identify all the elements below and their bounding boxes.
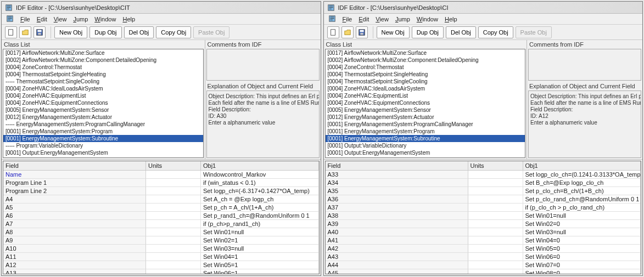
grid-obj-cell[interactable]: if (p_clo_ch > p_clo_rand_ch) bbox=[523, 203, 641, 212]
grid-header[interactable]: Field bbox=[3, 161, 146, 171]
grid-obj-cell[interactable]: Set p_clo_ch=B_ch/(1+B_ch) bbox=[523, 187, 641, 195]
grid-units-cell[interactable] bbox=[146, 261, 201, 269]
grid-units-cell[interactable] bbox=[468, 212, 523, 220]
copy-obj-button[interactable]: Copy Obj bbox=[156, 26, 191, 38]
grid-obj-cell[interactable]: Set p_clo_rand_ch=@RandomUniform 0 1 bbox=[523, 195, 641, 203]
class-list-item[interactable]: [0004] ZoneHVAC:EquipmentList bbox=[3, 92, 203, 99]
grid-field-cell[interactable]: A10 bbox=[3, 245, 146, 253]
class-list-item[interactable]: [0004] ZoneHVAC:EquipmentList bbox=[326, 92, 525, 99]
grid-obj-cell[interactable]: Set Win03=null bbox=[201, 245, 319, 253]
grid-units-cell[interactable] bbox=[146, 187, 201, 195]
class-list-item[interactable]: [0004] ZoneHVAC:EquipmentConnections bbox=[326, 99, 525, 106]
class-list-item[interactable]: [0004] ZoneControl:Thermostat bbox=[326, 64, 525, 71]
class-list-item[interactable]: [0004] ThermostatSetpoint:SingleCooling bbox=[326, 78, 525, 85]
class-list-item[interactable]: [0005] EnergyManagementSystem:Sensor bbox=[3, 106, 203, 114]
grid-obj-cell[interactable]: Set Win05=0 bbox=[523, 245, 641, 253]
grid-field-cell[interactable]: A8 bbox=[3, 228, 146, 236]
grid-header[interactable]: Units bbox=[146, 161, 201, 171]
class-list-item[interactable]: [0002] AirflowNetwork:MultiZone:Componen… bbox=[3, 56, 203, 64]
grid-obj-cell[interactable]: Set Win02=0 bbox=[523, 220, 641, 228]
grid-obj-cell[interactable]: Set Win06=0 bbox=[523, 253, 641, 261]
grid-units-cell[interactable] bbox=[468, 203, 523, 212]
class-list-item[interactable]: [0017] AirflowNetwork:MultiZone:Surface bbox=[326, 49, 525, 56]
class-list-item[interactable]: [0012] EnergyManagementSystem:Actuator bbox=[326, 114, 525, 121]
grid-field-cell[interactable]: A35 bbox=[326, 187, 468, 195]
grid-obj-cell[interactable]: Set Win04=0 bbox=[523, 236, 641, 245]
menu-file[interactable]: File bbox=[343, 16, 352, 22]
grid-obj-cell[interactable]: if (p_ch>p_rand1_ch) bbox=[201, 220, 319, 228]
grid-obj-cell[interactable]: Set Win05=1 bbox=[201, 261, 319, 269]
menu-view[interactable]: View bbox=[54, 16, 67, 22]
copy-obj-button[interactable]: Copy Obj bbox=[478, 26, 513, 38]
grid-obj-cell[interactable]: Set Win03=null bbox=[523, 228, 641, 236]
grid-units-cell[interactable] bbox=[146, 228, 201, 236]
grid-field-cell[interactable]: A39 bbox=[326, 220, 468, 228]
grid-header[interactable]: Obj1 bbox=[201, 161, 319, 171]
menu-jump[interactable]: Jump bbox=[395, 16, 410, 22]
grid-obj-cell[interactable]: Set B_ch=@Exp logp_clo_ch bbox=[523, 179, 641, 187]
field-grid[interactable]: FieldUnitsObj1NameWindowcontrol_MarkovPr… bbox=[3, 161, 320, 274]
menu-window[interactable]: Window bbox=[417, 16, 438, 22]
grid-field-cell[interactable]: A13 bbox=[3, 269, 146, 274]
grid-field-cell[interactable]: A4 bbox=[3, 195, 146, 203]
class-list-item[interactable]: [0001] Output:Table:SummaryReports bbox=[3, 156, 203, 158]
grid-units-cell[interactable] bbox=[468, 179, 523, 187]
menu-edit[interactable]: Edit bbox=[37, 16, 47, 22]
grid-field-cell[interactable]: A7 bbox=[3, 220, 146, 228]
class-list-item[interactable]: [0002] AirflowNetwork:MultiZone:Componen… bbox=[326, 56, 525, 64]
grid-obj-cell[interactable]: Set Win01=null bbox=[523, 212, 641, 220]
grid-units-cell[interactable] bbox=[468, 261, 523, 269]
grid-field-cell[interactable]: A9 bbox=[3, 236, 146, 245]
new-icon-button[interactable] bbox=[5, 26, 17, 38]
dup-obj-button[interactable]: Dup Obj bbox=[412, 26, 444, 38]
grid-units-cell[interactable] bbox=[468, 195, 523, 203]
menu-help[interactable]: Help bbox=[445, 16, 457, 22]
grid-obj-cell[interactable]: Set p_rand1_ch=@RandomUniform 0 1 bbox=[201, 212, 319, 220]
dup-obj-button[interactable]: Dup Obj bbox=[89, 26, 121, 38]
class-list-item[interactable]: [0004] ZoneControl:Thermostat bbox=[3, 64, 203, 71]
new-obj-button[interactable]: New Obj bbox=[377, 26, 410, 38]
grid-header[interactable]: Units bbox=[468, 161, 523, 171]
field-grid[interactable]: FieldUnitsObj1A33Set logp_clo_ch=(0.1241… bbox=[325, 161, 642, 274]
class-list-item[interactable]: [0001] Output:EnergyManagementSystem bbox=[3, 149, 203, 156]
class-list-item[interactable]: [0004] ZoneHVAC:EquipmentConnections bbox=[3, 99, 203, 106]
grid-obj-cell[interactable]: Set Win07=0 bbox=[523, 261, 641, 269]
new-obj-button[interactable]: New Obj bbox=[54, 26, 87, 38]
grid-obj-cell[interactable]: Set p_ch = A_ch/(1+A_ch) bbox=[201, 203, 319, 212]
grid-field-cell[interactable]: A11 bbox=[3, 253, 146, 261]
grid-field-cell[interactable]: A5 bbox=[3, 203, 146, 212]
grid-units-cell[interactable] bbox=[468, 171, 523, 179]
class-list-item[interactable]: [0012] EnergyManagementSystem:Actuator bbox=[3, 114, 203, 121]
grid-units-cell[interactable] bbox=[146, 195, 201, 203]
class-list[interactable]: [0017] AirflowNetwork:MultiZone:Surface[… bbox=[3, 49, 204, 158]
class-list-item[interactable]: ----- ThermostatSetpoint:SingleCooling bbox=[3, 78, 203, 85]
grid-units-cell[interactable] bbox=[146, 171, 201, 179]
menu-view[interactable]: View bbox=[376, 16, 389, 22]
grid-units-cell[interactable] bbox=[146, 236, 201, 245]
grid-units-cell[interactable] bbox=[468, 236, 523, 245]
grid-obj-cell[interactable]: Windowcontrol_Markov bbox=[201, 171, 319, 179]
menu-edit[interactable]: Edit bbox=[359, 16, 369, 22]
grid-field-cell[interactable]: A43 bbox=[326, 253, 468, 261]
open-icon-button[interactable] bbox=[341, 26, 354, 38]
class-list-item[interactable]: [0017] AirflowNetwork:MultiZone:Surface bbox=[3, 49, 203, 56]
grid-units-cell[interactable] bbox=[146, 179, 201, 187]
grid-units-cell[interactable] bbox=[468, 269, 523, 274]
grid-units-cell[interactable] bbox=[146, 269, 201, 274]
grid-obj-cell[interactable]: if (win_status < 0.1) bbox=[201, 179, 319, 187]
grid-obj-cell[interactable]: Set Win01=null bbox=[201, 228, 319, 236]
grid-field-cell[interactable]: A37 bbox=[326, 203, 468, 212]
grid-obj-cell[interactable]: Set logp_clo_ch=(0.1241-0.3133*OA_temp+0… bbox=[523, 171, 641, 179]
class-list-item[interactable]: [0004] ZoneHVAC:IdealLoadsAirSystem bbox=[326, 85, 525, 92]
class-list-item[interactable]: [0001] EnergyManagementSystem:Subroutine bbox=[3, 135, 203, 142]
grid-header[interactable]: Field bbox=[326, 161, 468, 171]
grid-units-cell[interactable] bbox=[146, 253, 201, 261]
open-icon-button[interactable] bbox=[19, 26, 31, 38]
class-list-item[interactable]: [0001] EnergyManagementSystem:Program bbox=[3, 128, 203, 135]
grid-units-cell[interactable] bbox=[468, 245, 523, 253]
class-list-item[interactable]: [0001] EnergyManagementSystem:Subroutine bbox=[326, 135, 525, 142]
grid-obj-cell[interactable]: Set logp_ch=(-6.317+0.1427*OA_temp) bbox=[201, 187, 319, 195]
menu-jump[interactable]: Jump bbox=[73, 16, 88, 22]
menu-window[interactable]: Window bbox=[94, 16, 116, 22]
grid-field-cell[interactable]: A38 bbox=[326, 212, 468, 220]
